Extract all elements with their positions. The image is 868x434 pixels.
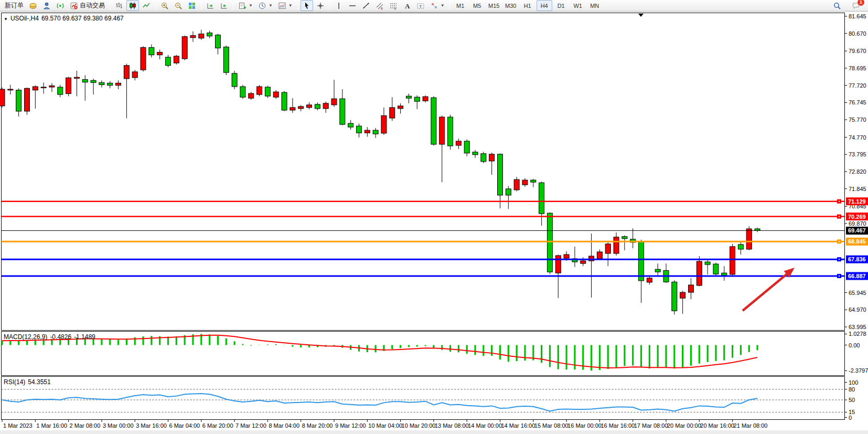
candlestick-chart-button[interactable] <box>126 0 139 11</box>
price-axis-label: 72.820 <box>849 168 866 175</box>
candle-bullish <box>456 141 461 145</box>
candle-bearish <box>738 245 743 249</box>
candle-bullish <box>298 107 304 109</box>
candles-icon <box>128 2 137 10</box>
candle-bearish <box>639 241 644 281</box>
macd-axis-label: 0.00 <box>849 342 860 348</box>
bar-chart-button[interactable] <box>113 0 125 11</box>
price-tag-text: 71.129 <box>848 198 866 205</box>
timeframe-H1-button[interactable]: H1 <box>520 0 535 11</box>
price-tag-text: 70.269 <box>848 214 866 220</box>
candle-bearish <box>473 152 478 155</box>
timeframe-M1-button[interactable]: M1 <box>453 0 468 11</box>
search-button[interactable] <box>831 0 843 11</box>
candle-bullish <box>290 108 295 110</box>
price-axis-label: 71.845 <box>849 186 866 192</box>
candle-bullish <box>174 56 179 63</box>
timeframe-MN-button[interactable]: MN <box>587 0 603 11</box>
toolbar-separator <box>449 2 450 10</box>
candle-bullish <box>440 117 445 144</box>
candle-bearish <box>315 104 320 109</box>
new-chart-button[interactable]: ▼ <box>236 0 255 11</box>
candle-bearish <box>99 82 104 84</box>
templates-button[interactable]: ▼ <box>276 0 295 11</box>
crosshair-button[interactable] <box>314 0 327 11</box>
candle-bearish <box>722 273 727 276</box>
macd-value-main: -0.4826 <box>50 333 71 341</box>
gold-icon-button[interactable] <box>27 0 39 11</box>
bars-icon <box>115 2 123 10</box>
time-axis-label: 16 Mar 00:00 <box>567 422 602 429</box>
notification-badge: 1 <box>858 0 864 6</box>
price-tag-text: 66.887 <box>848 273 866 279</box>
candle-bearish <box>672 282 677 311</box>
auto-scroll-button[interactable] <box>204 0 217 11</box>
symbol-dropdown-icon[interactable]: ▼ <box>4 17 8 22</box>
label-icon: T <box>416 2 425 10</box>
time-axis-label: 9 Mar 12:00 <box>335 422 366 429</box>
rsi-axis-label: 50 <box>849 397 855 403</box>
time-axis-label: 10 Mar 04:00 <box>368 422 402 429</box>
new-order-button-label: 新订单 <box>5 1 24 10</box>
arrows-button[interactable]: ▼ <box>428 0 447 11</box>
candle-bullish <box>381 115 387 133</box>
chart-shift-button[interactable] <box>218 0 230 11</box>
auto-trading-button[interactable]: 自动交易 <box>68 0 107 11</box>
zoom-in-button[interactable] <box>158 0 171 11</box>
horizontal-line-button[interactable] <box>346 0 359 11</box>
price-axis-label: 78.695 <box>849 65 866 71</box>
text-label-button[interactable]: T <box>414 0 427 11</box>
timeframe-D1-button[interactable]: D1 <box>553 0 569 11</box>
candle-bullish <box>307 105 312 108</box>
trendline-button[interactable] <box>360 0 372 11</box>
zoom-out-button[interactable] <box>172 0 185 11</box>
fibonacci-button[interactable]: F <box>387 0 400 11</box>
candle-bullish <box>423 97 428 101</box>
candle-bullish <box>257 87 262 94</box>
timeframe-H4-button[interactable]: H4 <box>537 0 552 11</box>
price-axis-label: 74.770 <box>849 134 866 141</box>
profile-icon-button[interactable] <box>40 0 53 11</box>
chart-canvas[interactable]: 81.64580.67079.67078.69577.72076.74575.7… <box>0 12 868 434</box>
candle-bullish <box>124 66 129 79</box>
candle-bearish <box>240 87 245 97</box>
chartshift-icon <box>220 2 228 10</box>
time-axis-label: 1 Mar 2023 <box>3 422 33 429</box>
timeframe-W1-button[interactable]: W1 <box>570 0 586 11</box>
rsi-axis-label: 0 <box>849 415 852 421</box>
equidistant-channel-button[interactable]: E <box>373 0 386 11</box>
candle-bearish <box>207 33 212 36</box>
fibo-icon: F <box>389 2 398 10</box>
time-axis-label: 7 Mar 12:00 <box>235 422 266 429</box>
text-button[interactable]: A <box>401 0 413 11</box>
candle-bullish <box>273 92 278 97</box>
candle-bullish <box>74 77 79 78</box>
candle-bullish <box>555 256 561 273</box>
time-axis-label: 10 Mar 20:00 <box>402 422 436 429</box>
periods-button[interactable]: ▼ <box>256 0 275 11</box>
dropdown-caret-icon: ▼ <box>288 3 293 8</box>
candle-bullish <box>331 99 337 105</box>
candle-bearish <box>406 96 411 98</box>
signal-icon <box>56 2 65 10</box>
text-icon: A <box>403 2 411 10</box>
timeframe-M30-button[interactable]: M30 <box>503 0 519 11</box>
line-chart-button[interactable] <box>140 0 153 11</box>
tile-windows-button[interactable] <box>186 0 198 11</box>
vertical-line-button[interactable] <box>333 0 345 11</box>
timeframe-M5-button[interactable]: M5 <box>469 0 485 11</box>
timeframe-M15-button[interactable]: M15 <box>486 0 502 11</box>
cursor-button[interactable] <box>301 0 313 11</box>
candle-bullish <box>581 261 586 263</box>
search-icon <box>833 2 841 10</box>
macd-pane <box>2 332 845 376</box>
time-axis-label: 14 Mar 16:00 <box>501 422 535 429</box>
price-axis-label: 79.670 <box>849 48 866 54</box>
chat-bubble-icon: 1 <box>852 2 860 10</box>
candle-bullish <box>746 229 752 249</box>
svg-text:A: A <box>405 2 410 10</box>
chart-region: 81.64580.67079.67078.69577.72076.74575.7… <box>0 12 868 434</box>
notifications-button[interactable]: 1 <box>850 0 862 11</box>
new-order-button[interactable]: 新订单 <box>3 0 26 11</box>
signal-icon-button[interactable] <box>54 0 67 11</box>
